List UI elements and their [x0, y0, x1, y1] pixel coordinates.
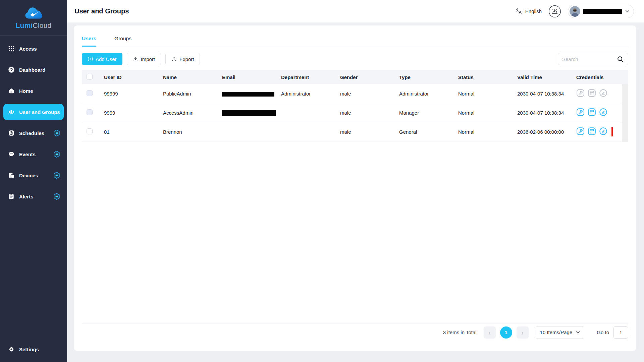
cell-type: Manager: [399, 110, 458, 116]
cell-type: General: [399, 129, 458, 135]
column-header-status: Status: [458, 74, 517, 80]
alarm-icon[interactable]: [548, 5, 561, 18]
toolbar: Add User Import Export: [82, 53, 628, 65]
sidebar-item-label: Settings: [19, 347, 39, 352]
hexagon-camera-badge-icon: [53, 150, 60, 158]
language-label: English: [525, 8, 542, 14]
cell-status: Normal: [458, 129, 517, 135]
language-switch[interactable]: English: [515, 7, 542, 15]
tab-groups[interactable]: Groups: [114, 36, 131, 47]
column-header-name: Name: [163, 74, 222, 80]
brand-name: LumiCloud: [16, 21, 52, 29]
key-credential-icon[interactable]: [576, 127, 585, 135]
sidebar-item-alerts[interactable]: Alerts: [3, 188, 64, 204]
users-card: Users Groups Add User Import Exp: [74, 25, 636, 351]
pin-keypad-credential-icon[interactable]: [588, 89, 596, 97]
cell-name: PublicAdmin: [163, 91, 222, 97]
credential-actions: [576, 108, 613, 117]
sidebar-item-user-and-groups[interactable]: User and Groups: [3, 104, 64, 120]
edit-credential-icon[interactable]: [599, 89, 607, 97]
redacted-email: [222, 110, 276, 116]
table-body: 99999PublicAdminAdministratormaleAdminis…: [82, 84, 622, 141]
table-scrollbar[interactable]: [622, 84, 628, 142]
export-label: Export: [179, 56, 194, 62]
translate-icon: [515, 7, 523, 15]
cell-gender: male: [340, 110, 399, 116]
sidebar-item-devices[interactable]: Devices: [3, 167, 64, 183]
sidebar-item-access[interactable]: Access: [3, 41, 64, 57]
goto-page-input[interactable]: [613, 326, 628, 339]
tabs-divider: [82, 47, 628, 47]
cell-department: Administrator: [281, 91, 340, 97]
search-input[interactable]: [562, 56, 614, 62]
cell-valid-time: 2030-04-07 10:38:34: [517, 91, 576, 97]
table-row: 01BrennonmaleGeneralNormal2036-02-06 00:…: [82, 122, 622, 141]
user-menu[interactable]: [568, 5, 634, 18]
column-header-credentials: Credentials: [576, 74, 628, 80]
table-header-row: User IDNameEmailDepartmentGenderTypeStat…: [82, 70, 628, 84]
current-page-button[interactable]: 1: [500, 326, 512, 339]
table-row: 9999AccessAdminmaleManagerNormal2030-04-…: [82, 103, 622, 122]
import-label: Import: [141, 56, 155, 62]
edit-credential-icon[interactable]: [599, 108, 607, 116]
key-credential-icon[interactable]: [576, 108, 585, 116]
cloud-logo-icon: [23, 7, 44, 21]
add-user-button[interactable]: Add User: [82, 53, 122, 65]
add-user-label: Add User: [96, 56, 117, 62]
credential-actions-highlighted: [576, 127, 613, 136]
add-icon: [88, 56, 93, 62]
cell-gender: male: [340, 91, 399, 97]
credential-actions: [576, 89, 613, 98]
export-button[interactable]: Export: [165, 53, 200, 65]
edit-credential-icon[interactable]: [599, 127, 607, 135]
sidebar-item-label: Access: [19, 46, 37, 52]
sidebar-item-label: Dashboard: [19, 67, 45, 73]
page-size-select[interactable]: 10 Items/Page: [536, 326, 585, 339]
import-button[interactable]: Import: [127, 53, 161, 65]
table-row: 99999PublicAdminAdministratormaleAdminis…: [82, 84, 622, 103]
search-icon[interactable]: [617, 56, 624, 63]
cell-user-id: 99999: [104, 91, 163, 97]
column-header-email: Email: [222, 74, 281, 80]
cell-email: [222, 90, 281, 96]
pin-keypad-credential-icon[interactable]: [588, 108, 596, 116]
column-header-department: Department: [281, 74, 340, 80]
sidebar-item-schedules[interactable]: Schedules: [3, 125, 64, 141]
sidebar-item-events[interactable]: Events: [3, 146, 64, 162]
sidebar: LumiCloud AccessDashboardHomeUser and Gr…: [0, 0, 67, 362]
redacted-email: [222, 92, 274, 97]
row-checkbox[interactable]: [87, 109, 93, 115]
topbar: User and Groups English: [67, 0, 644, 22]
column-header-gender: Gender: [340, 74, 399, 80]
brand-name-light: Cloud: [33, 21, 52, 29]
column-header-user-id: User ID: [104, 74, 163, 80]
sidebar-item-label: Alerts: [19, 194, 34, 199]
topbar-right: English: [515, 5, 634, 18]
cell-user-id: 9999: [104, 110, 163, 116]
cell-name: AccessAdmin: [163, 110, 222, 116]
column-header-valid-time: Valid Time: [517, 74, 576, 80]
prev-page-button[interactable]: ‹: [484, 326, 496, 339]
sidebar-item-home[interactable]: Home: [3, 83, 64, 99]
pagination-bar: 3 items in Total ‹ 1 › 10 Items/Page Go …: [82, 323, 628, 341]
sidebar-item-dashboard[interactable]: Dashboard: [3, 62, 64, 78]
sidebar-nav: AccessDashboardHomeUser and GroupsSchedu…: [0, 41, 67, 204]
sidebar-item-label: Schedules: [19, 130, 44, 136]
cell-valid-time: 2036-02-06 00:00:00: [517, 129, 576, 135]
row-checkbox[interactable]: [87, 90, 93, 96]
goto-label: Go to: [597, 329, 609, 335]
home-icon: [8, 87, 15, 94]
tab-users[interactable]: Users: [82, 36, 96, 47]
select-all-checkbox[interactable]: [87, 74, 93, 80]
next-page-button[interactable]: ›: [517, 326, 529, 339]
clock-icon: [8, 130, 15, 136]
chevron-down-icon: [625, 10, 630, 13]
key-credential-icon[interactable]: [576, 89, 585, 97]
sidebar-item-settings[interactable]: Settings: [3, 342, 64, 357]
pin-keypad-credential-icon[interactable]: [588, 127, 596, 135]
search-box: [558, 53, 628, 65]
cell-type: Administrator: [399, 91, 458, 97]
device-icon: [8, 172, 15, 179]
gear-icon: [8, 346, 15, 353]
row-checkbox[interactable]: [87, 128, 93, 134]
